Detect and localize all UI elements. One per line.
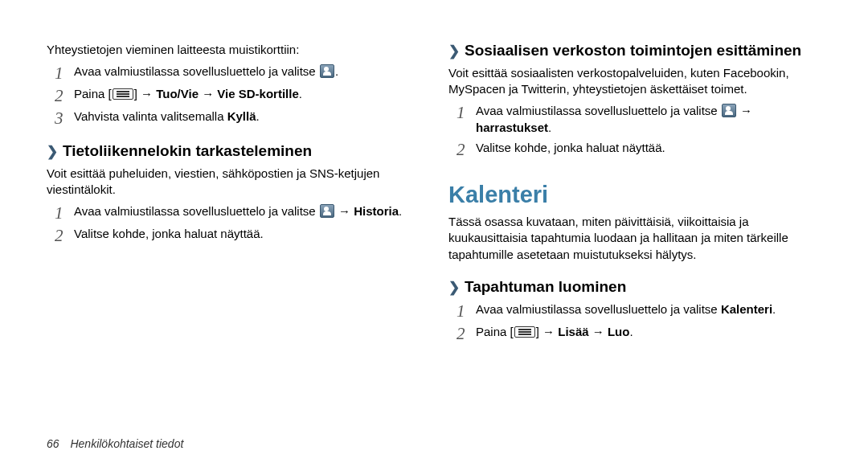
step-text-bold: harrastukset [476,121,548,134]
step-text-a: Avaa valmiustilassa sovellusluettelo ja … [476,302,721,316]
menu-icon [113,88,133,100]
menu-icon [514,326,535,338]
step-text-end: . [299,87,302,100]
step-number: 1 [55,63,74,83]
chevron-icon: ❯ [448,280,460,296]
step-row: 1 Avaa valmiustilassa sovellusluettelo j… [457,103,821,136]
step-text-arrow: → [737,104,752,117]
step-text-end: . [335,64,338,78]
step-row: 1 Avaa valmiustilassa sovellusluettelo j… [457,301,821,321]
left-column: Yhteystietojen vieminen laitteesta muist… [47,42,420,346]
step-text-a: Vahvista valinta valitsemalla [74,109,227,123]
calendar-body: Tässä osassa kuvataan, miten päivittäisi… [448,214,821,264]
step-text: Avaa valmiustilassa sovellusluettelo ja … [476,301,821,318]
contacts-icon [320,204,334,218]
step-text-end: . [399,204,402,218]
step-text: Avaa valmiustilassa sovellusluettelo ja … [74,63,420,80]
step-text: Paina [] → Tuo/Vie → Vie SD-kortille. [74,86,420,103]
step-text-b: ] → [134,87,157,100]
step-text: Avaa valmiustilassa sovellusluettelo ja … [74,203,420,220]
step-text-bold: Historia [354,204,399,218]
step-text-a: Avaa valmiustilassa sovellusluettelo ja … [476,104,721,117]
step-text-end: . [772,302,776,316]
step-number: 1 [55,203,74,223]
page-number: 66 [47,437,59,450]
export-intro: Yhteystietojen vieminen laitteesta muist… [47,42,420,59]
contacts-icon [722,104,736,117]
step-text-a: Avaa valmiustilassa sovellusluettelo ja … [74,64,319,78]
step-text-a: Paina [ [74,87,112,100]
section-heading-log: ❯ Tietoliikennelokin tarkasteleminen [47,142,420,161]
step-number: 2 [457,324,476,343]
step-number: 2 [55,86,74,105]
heading-calendar: Kalenteri [448,178,821,211]
step-text-bold: Kyllä [227,109,256,123]
step-row: 1 Avaa valmiustilassa sovellusluettelo j… [55,63,420,83]
page-footer: 66 Henkilökohtaiset tiedot [47,436,183,452]
step-number: 3 [55,109,74,128]
step-text-end: . [629,325,633,338]
step-text: Valitse kohde, jonka haluat näyttää. [74,226,420,243]
step-text: Vahvista valinta valitsemalla Kyllä. [74,109,420,125]
step-text-a: Avaa valmiustilassa sovellusluettelo ja … [74,204,319,218]
step-row: 2 Valitse kohde, jonka haluat näyttää. [55,226,420,245]
step-number: 2 [55,226,74,245]
step-text-b: ] → [536,325,559,338]
step-text: Paina [] → Lisää → Luo. [476,324,821,341]
step-row: 3 Vahvista valinta valitsemalla Kyllä. [55,109,420,128]
step-number: 2 [457,140,476,159]
step-row: 2 Valitse kohde, jonka haluat näyttää. [457,140,821,159]
footer-title: Henkilökohtaiset tiedot [70,437,183,450]
step-text-bold: Lisää → Luo [558,325,629,338]
step-row: 1 Avaa valmiustilassa sovellusluettelo j… [55,203,420,223]
contacts-icon [320,64,334,78]
step-text-end: . [256,109,260,123]
step-row: 2 Paina [] → Tuo/Vie → Vie SD-kortille. [55,86,420,105]
section-body: Voit esittää puheluiden, viestien, sähkö… [47,166,420,199]
step-number: 1 [457,103,476,122]
section-title: Tietoliikennelokin tarkasteleminen [63,142,312,161]
right-column: ❯ Sosiaalisen verkoston toimintojen esit… [448,42,821,346]
section-title: Sosiaalisen verkoston toimintojen esittä… [465,42,801,60]
step-text-a: Paina [ [476,325,514,338]
step-row: 2 Paina [] → Lisää → Luo. [457,324,821,343]
section-heading-create-event: ❯ Tapahtuman luominen [448,278,821,297]
step-text-arrow: → [335,204,354,218]
step-number: 1 [457,301,476,321]
chevron-icon: ❯ [47,144,58,160]
step-text: Avaa valmiustilassa sovellusluettelo ja … [476,103,821,136]
step-text-bold: Kalenteri [721,302,772,316]
step-text-bold: Tuo/Vie → Vie SD-kortille [156,87,299,100]
step-text: Valitse kohde, jonka haluat näyttää. [476,140,821,157]
section-title: Tapahtuman luominen [465,278,626,297]
section-heading-sns: ❯ Sosiaalisen verkoston toimintojen esit… [448,42,821,60]
section-body: Voit esittää sosiaalisten verkostopalvel… [448,65,821,98]
step-text-end: . [548,121,551,134]
chevron-icon: ❯ [448,43,460,59]
page-columns: Yhteystietojen vieminen laitteesta muist… [47,42,821,346]
